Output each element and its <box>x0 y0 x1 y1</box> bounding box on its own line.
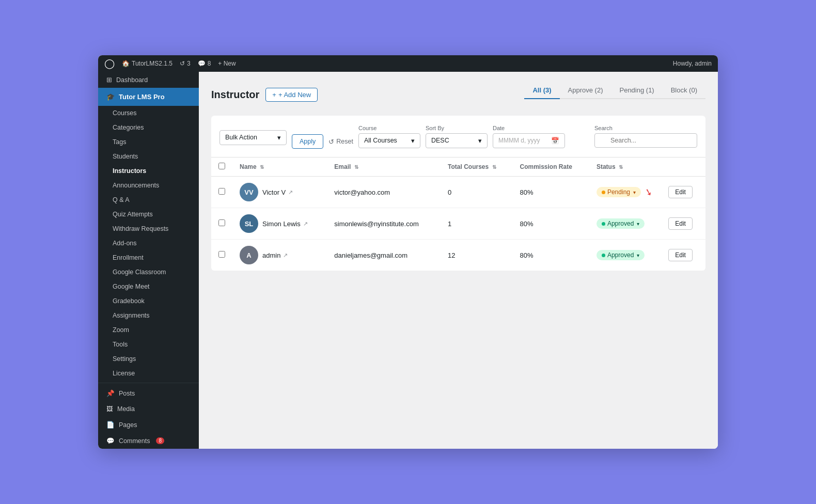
status-chevron-icon[interactable]: ▾ <box>637 253 639 258</box>
updates-item[interactable]: ↺ 3 <box>180 60 191 67</box>
sidebar-item-dashboard[interactable]: ⊞ Dashboard <box>98 72 199 88</box>
chevron-down-icon: ▾ <box>277 134 281 141</box>
tab-pending[interactable]: Pending (1) <box>611 82 662 99</box>
sidebar-item-quiz-attempts[interactable]: Quiz Attempts <box>98 207 199 222</box>
sidebar-item-tags[interactable]: Tags <box>98 135 199 149</box>
select-all-checkbox[interactable] <box>218 163 225 169</box>
course-filter-label: Course <box>358 125 420 131</box>
date-filter-input[interactable]: MMMM d, yyyy 📅 <box>493 133 565 148</box>
name-cell: A admin ↗ <box>240 246 320 264</box>
sidebar-item-tutorlms[interactable]: 🎓 Tutor LMS Pro <box>98 88 199 106</box>
site-name[interactable]: 🏠 TutorLMS2.1.5 <box>122 60 172 67</box>
sidebar-item-categories[interactable]: Categories <box>98 120 199 135</box>
sidebar-item-withdraw-requests[interactable]: Withdraw Requests <box>98 222 199 236</box>
sort-by-group: Sort By DESC ▾ <box>426 125 488 148</box>
sidebar-item-pages[interactable]: 📄 Pages <box>98 417 199 433</box>
comments-item[interactable]: 💬 8 <box>198 60 211 67</box>
course-filter-select[interactable]: All Courses ▾ <box>358 133 420 148</box>
sidebar-item-students[interactable]: Students <box>98 149 199 164</box>
status-label: Approved <box>607 220 634 227</box>
instructor-total-courses: 1 <box>448 220 451 228</box>
sidebar-item-tools[interactable]: Tools <box>98 337 199 352</box>
name-link[interactable]: Victor V ↗ <box>262 188 293 196</box>
page-title: Instructor <box>211 89 259 101</box>
sort-by-select[interactable]: DESC ▾ <box>426 133 488 148</box>
sidebar-item-courses[interactable]: Courses <box>98 106 199 120</box>
plus-icon: + <box>272 91 276 99</box>
sidebar-item-gradebook[interactable]: Gradebook <box>98 294 199 308</box>
tabs-container: All (3) Approve (2) Pending (1) Block (0… <box>524 82 705 99</box>
apply-button[interactable]: Apply <box>292 134 323 149</box>
sidebar-section-other: 📌 Posts 🖼 Media 📄 Pages 💬 Comments 8 <box>98 383 199 449</box>
external-link-icon[interactable]: ↗ <box>283 252 288 259</box>
instructors-table-container: Name ⇅ Email ⇅ Total Courses ⇅ <box>211 158 705 271</box>
tab-block[interactable]: Block (0) <box>663 82 705 99</box>
chevron-down-icon: ▾ <box>478 137 482 145</box>
sidebar-item-qa[interactable]: Q & A <box>98 193 199 207</box>
bulk-action-select[interactable]: Bulk Action ▾ <box>219 130 287 145</box>
new-item[interactable]: + New <box>218 60 236 67</box>
avatar: VV <box>240 183 258 201</box>
sidebar-item-enrollment[interactable]: Enrollment <box>98 250 199 265</box>
sidebar: ⊞ Dashboard 🎓 Tutor LMS Pro Courses Cate… <box>98 72 199 449</box>
sidebar-item-zoom[interactable]: Zoom <box>98 323 199 337</box>
row-commission-cell: 80% <box>512 208 589 240</box>
sort-icon-email[interactable]: ⇅ <box>354 164 358 170</box>
avatar: SL <box>240 214 258 233</box>
sidebar-item-posts[interactable]: 📌 Posts <box>98 385 199 401</box>
sidebar-item-google-meet[interactable]: Google Meet <box>98 279 199 294</box>
sidebar-item-instructors[interactable]: Instructors <box>98 164 199 178</box>
status-chevron-icon[interactable]: ▾ <box>633 190 636 195</box>
sidebar-item-addons[interactable]: Add-ons <box>98 236 199 250</box>
row-checkbox[interactable] <box>218 188 225 195</box>
instructor-name: admin <box>262 251 280 259</box>
sidebar-item-announcements[interactable]: Announcements <box>98 178 199 193</box>
external-link-icon[interactable]: ↗ <box>303 220 308 227</box>
status-chevron-icon[interactable]: ▾ <box>637 221 639 227</box>
instructor-email: danieljames@gmail.com <box>334 251 407 259</box>
row-checkbox[interactable] <box>218 219 225 226</box>
wp-logo-icon: ◯ <box>104 58 115 69</box>
status-badge[interactable]: Approved ▾ <box>597 218 645 229</box>
row-checkbox[interactable] <box>218 251 225 258</box>
add-new-button[interactable]: + + Add New <box>265 88 318 102</box>
edit-button[interactable]: Edit <box>668 186 693 198</box>
status-dot-icon <box>602 254 605 257</box>
name-link[interactable]: Simon Lewis ↗ <box>262 220 308 228</box>
status-dot-icon <box>602 222 605 226</box>
row-commission-cell: 80% <box>512 240 589 271</box>
reset-icon: ↺ <box>328 138 334 146</box>
sidebar-item-google-classroom[interactable]: Google Classroom <box>98 265 199 279</box>
instructor-commission-rate: 80% <box>520 220 533 228</box>
admin-layout: ⊞ Dashboard 🎓 Tutor LMS Pro Courses Cate… <box>98 72 718 449</box>
name-link[interactable]: admin ↗ <box>262 251 288 259</box>
row-commission-cell: 80% <box>512 177 589 208</box>
tab-approve[interactable]: Approve (2) <box>560 82 611 99</box>
status-badge[interactable]: Approved ▾ <box>597 250 645 260</box>
calendar-icon: 📅 <box>551 137 559 145</box>
sidebar-item-media[interactable]: 🖼 Media <box>98 401 199 417</box>
reset-button[interactable]: ↺ Reset <box>328 138 353 146</box>
table-row: A admin ↗ danieljames@gmail.com 12 80% A… <box>211 240 705 271</box>
arrow-annotation: ➘ <box>643 185 653 198</box>
sort-icon-name[interactable]: ⇅ <box>260 164 264 170</box>
sort-icon-status[interactable]: ⇅ <box>619 164 623 170</box>
search-input[interactable] <box>594 133 697 148</box>
external-link-icon[interactable]: ↗ <box>288 189 293 196</box>
instructor-name: Simon Lewis <box>262 220 301 228</box>
edit-button[interactable]: Edit <box>668 217 693 230</box>
instructor-commission-rate: 80% <box>520 251 533 259</box>
sidebar-item-assignments[interactable]: Assignments <box>98 308 199 323</box>
sort-icon-total-courses[interactable]: ⇅ <box>492 164 496 170</box>
edit-button[interactable]: Edit <box>668 249 693 261</box>
sidebar-item-license[interactable]: License <box>98 366 199 381</box>
status-badge[interactable]: Pending ▾ <box>597 187 641 197</box>
tab-all[interactable]: All (3) <box>524 82 559 99</box>
sidebar-item-settings[interactable]: Settings <box>98 352 199 366</box>
sidebar-item-comments[interactable]: 💬 Comments 8 <box>98 433 199 449</box>
instructor-commission-rate: 80% <box>520 188 533 196</box>
row-email-cell: danieljames@gmail.com <box>327 240 441 271</box>
instructor-total-courses: 12 <box>448 251 455 259</box>
search-group: Search 🔍 <box>594 125 697 148</box>
page-header-left: Instructor + + Add New <box>211 88 318 102</box>
